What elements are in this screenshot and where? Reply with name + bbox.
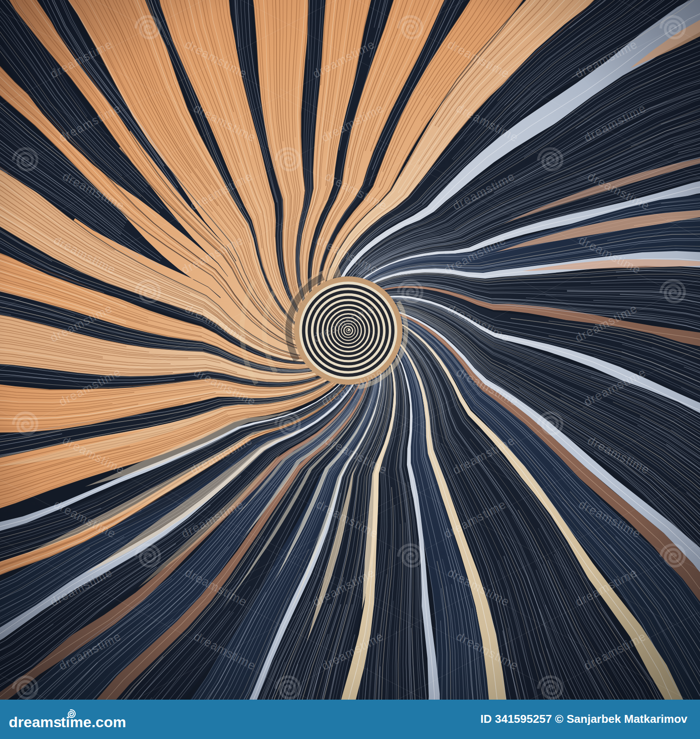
svg-text:ID 341595257 © Sanjarbek Matka: ID 341595257 © Sanjarbek Matkarimov: [480, 712, 688, 725]
svg-text:dreamstime.com: dreamstime.com: [9, 714, 126, 730]
